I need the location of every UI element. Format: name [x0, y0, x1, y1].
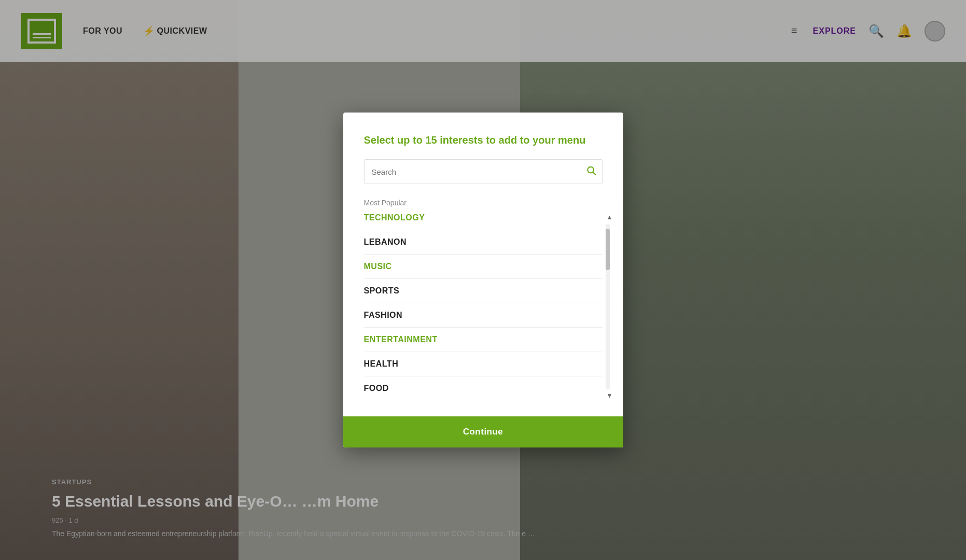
- search-input[interactable]: [364, 159, 603, 184]
- interests-modal: Select up to 15 interests to add to your…: [343, 113, 623, 447]
- section-label: Most Popular: [364, 199, 603, 207]
- search-submit-icon: [586, 165, 596, 176]
- interests-list: TECHNOLOGYLEBANONMUSICSPORTSFASHIONENTER…: [364, 213, 603, 400]
- interest-item[interactable]: HEALTH: [364, 352, 603, 376]
- interest-item[interactable]: TECHNOLOGY: [364, 213, 603, 230]
- continue-button[interactable]: Continue: [343, 416, 623, 447]
- scrollbar-thumb[interactable]: [606, 229, 610, 270]
- search-container: [364, 159, 603, 184]
- scrollbar-track: [606, 223, 610, 389]
- scroll-wrapper: TECHNOLOGYLEBANONMUSICSPORTSFASHIONENTER…: [364, 213, 603, 400]
- interest-item[interactable]: LEBANON: [364, 230, 603, 255]
- scroll-up-arrow[interactable]: ▲: [607, 214, 613, 220]
- interest-item[interactable]: ENTERTAINMENT: [364, 328, 603, 352]
- interest-item[interactable]: FOOD: [364, 376, 603, 400]
- interest-item[interactable]: SPORTS: [364, 279, 603, 303]
- modal-title: Select up to 15 interests to add to your…: [364, 133, 603, 147]
- scroll-down-arrow[interactable]: ▼: [607, 393, 613, 399]
- svg-line-1: [593, 172, 595, 175]
- interest-item[interactable]: MUSIC: [364, 255, 603, 279]
- interest-item[interactable]: FASHION: [364, 303, 603, 328]
- modal-backdrop: Select up to 15 interests to add to your…: [0, 0, 966, 560]
- search-submit-button[interactable]: [586, 165, 596, 178]
